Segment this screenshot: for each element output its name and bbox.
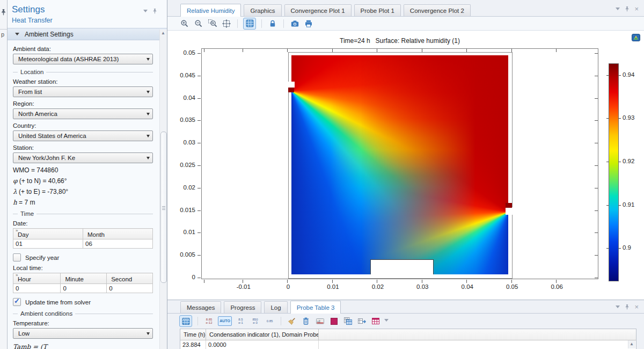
x-tick-label: -0.01: [232, 283, 255, 290]
colorbar-tick: [606, 75, 609, 76]
scrollbar-up-icon[interactable]: ▲: [161, 31, 165, 35]
ambient-data-select[interactable]: Meteorological data (ASHRAE 2013): [13, 54, 153, 64]
scrollbar-thumb[interactable]: [160, 132, 167, 283]
export-table-icon[interactable]: [356, 316, 367, 326]
print-icon[interactable]: [303, 18, 314, 29]
automatic-notation-icon[interactable]: AUTO: [218, 316, 232, 326]
region-label: Region:: [13, 100, 153, 107]
table-cell-condensation[interactable]: 0.0000: [206, 340, 319, 349]
pin-icon[interactable]: [625, 6, 630, 12]
table-row[interactable]: 0 0 0: [13, 284, 153, 293]
time-col-hour[interactable]: »Hour: [13, 273, 61, 284]
inlet-marker: [288, 88, 294, 92]
second-cell[interactable]: 0: [107, 284, 153, 293]
country-select[interactable]: United States of America: [13, 130, 153, 141]
toolbar-dropdown-icon[interactable]: [384, 319, 389, 324]
zoom-selection-icon[interactable]: [207, 18, 218, 29]
pin-icon[interactable]: [625, 304, 630, 310]
temperature-select[interactable]: Low: [13, 328, 153, 339]
tab-probe-table-3[interactable]: Probe Table 3: [290, 301, 341, 314]
table-graph-icon[interactable]: [314, 316, 325, 326]
pin-icon[interactable]: [152, 8, 157, 14]
delete-trash-icon[interactable]: [301, 316, 311, 326]
toolbar-separator: [261, 19, 262, 28]
zoom-in-icon[interactable]: [179, 18, 190, 29]
plot-canvas[interactable]: Time=24 h Surface: Relative humidity (1)…: [167, 31, 644, 300]
decimal-notation-icon[interactable]: 0.85: [264, 317, 275, 325]
snapshot-camera-icon[interactable]: [289, 18, 300, 29]
table-row[interactable]: 01 06: [13, 239, 153, 249]
minute-cell[interactable]: 0: [61, 284, 107, 293]
station-select[interactable]: New York/John F. Ke: [13, 152, 153, 163]
zoom-extents-icon[interactable]: [221, 18, 232, 29]
date-month-cell[interactable]: 06: [83, 239, 153, 249]
probe-table[interactable]: Time (h) Condensation indicator (1), Dom…: [180, 329, 636, 349]
plot-thumbnail-icon[interactable]: [632, 33, 640, 42]
table-settings-icon[interactable]: [370, 316, 381, 326]
settings-content: Ambient data: Meteorological data (ASHRA…: [8, 40, 167, 349]
x-tick-label: 0.02: [366, 283, 390, 290]
temperature-label: Temperature:: [13, 320, 153, 326]
column-header-time[interactable]: Time (h): [180, 329, 206, 340]
panel-menu-icon[interactable]: [616, 8, 620, 12]
scientific-notation-icon[interactable]: 8.5 e-1: [235, 317, 246, 325]
tab-relative-humidity[interactable]: Relative Humidity: [180, 4, 241, 17]
lock-icon[interactable]: [267, 18, 278, 29]
panel-menu-icon[interactable]: [143, 10, 148, 14]
full-precision-icon[interactable]: 8.85 e-12: [203, 317, 215, 325]
tab-progress[interactable]: Progress: [224, 301, 261, 313]
tab-convergence-plot-1[interactable]: Convergence Plot 1: [284, 4, 352, 16]
close-icon[interactable]: ×: [634, 304, 639, 310]
column-header-condensation[interactable]: Condensation indicator (1), Domain Probe…: [206, 329, 319, 340]
weather-station-value: From list: [18, 89, 42, 95]
engineering-notation-icon[interactable]: 850 e-3: [250, 317, 261, 325]
tab-probe-plot-1[interactable]: Probe Plot 1: [354, 4, 401, 16]
temperature-value: Low: [18, 330, 30, 337]
hour-cell[interactable]: 0: [13, 284, 61, 293]
y-tick-label: 0.05: [172, 49, 195, 56]
color-swatch-icon[interactable]: [328, 316, 339, 326]
specify-year-checkbox[interactable]: [13, 253, 21, 261]
date-day-cell[interactable]: 01: [13, 239, 83, 249]
chevron-down-icon: [147, 113, 150, 117]
copy-table-icon[interactable]: [342, 316, 353, 326]
tab-graphics[interactable]: Graphics: [244, 4, 281, 16]
station-label: Station:: [13, 144, 153, 151]
close-icon[interactable]: ×: [634, 6, 639, 12]
x-tick-label: 0.05: [500, 283, 524, 290]
panel-menu-icon[interactable]: [616, 306, 620, 310]
date-col-day[interactable]: »Day: [13, 229, 83, 239]
location-group-label: Location: [13, 69, 153, 75]
region-value: North America: [18, 111, 57, 117]
pin-icon[interactable]: [1, 9, 6, 16]
clear-table-broom-icon[interactable]: [287, 316, 297, 326]
update-time-row[interactable]: Update time from solver: [13, 298, 153, 306]
scrollbar-up-icon[interactable]: ▲: [630, 341, 634, 346]
table-icon[interactable]: [179, 315, 192, 327]
table-cell-time[interactable]: 23.884: [180, 340, 206, 349]
weather-station-select[interactable]: From list: [13, 86, 153, 97]
y-tick-label: 0.01: [172, 229, 195, 235]
date-table[interactable]: »Day Month 01 06: [13, 228, 153, 249]
tab-log[interactable]: Log: [264, 301, 287, 313]
settings-scrollbar[interactable]: ▲: [159, 30, 167, 349]
update-time-checkbox[interactable]: [13, 298, 21, 306]
tab-convergence-plot-2[interactable]: Convergence Plot 2: [404, 4, 471, 16]
zoom-out-icon[interactable]: [193, 18, 204, 29]
time-col-minute[interactable]: Minute: [61, 273, 107, 284]
date-col-month[interactable]: Month: [83, 229, 153, 239]
colorbar-tick: [606, 162, 609, 162]
tab-messages[interactable]: Messages: [180, 301, 221, 313]
ambient-data-value: Meteorological data (ASHRAE 2013): [18, 56, 119, 62]
collapsed-panel-rail[interactable]: p: [0, 0, 8, 349]
local-time-table[interactable]: »Hour Minute Second 0 0 0: [13, 273, 153, 293]
grid-icon[interactable]: [243, 18, 256, 30]
specify-year-row[interactable]: Specify year: [13, 253, 153, 261]
colorbar-tick: [619, 248, 621, 249]
section-ambient-settings[interactable]: Ambient Settings: [8, 28, 167, 40]
table-scrollbar[interactable]: ▲: [628, 340, 635, 348]
region-select[interactable]: North America: [13, 108, 153, 119]
time-col-second[interactable]: Second: [107, 273, 153, 284]
collapse-triangle-icon[interactable]: [15, 33, 19, 38]
colorbar-tick: [606, 248, 609, 249]
